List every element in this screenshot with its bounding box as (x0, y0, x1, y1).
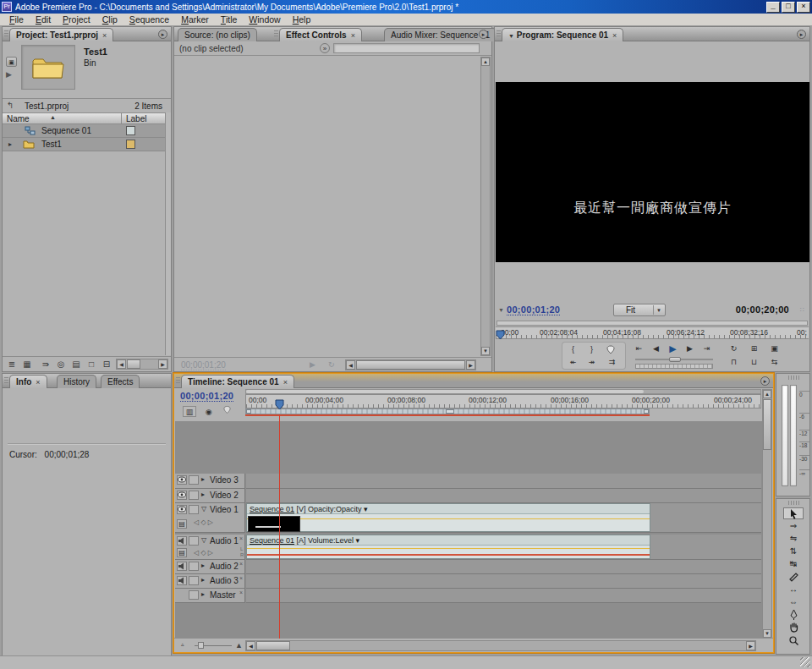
next-keyframe-icon[interactable]: ▷ (208, 518, 213, 526)
expand-bin-icon[interactable]: ▸ (8, 140, 12, 148)
playhead-line[interactable] (279, 414, 280, 639)
work-area-end-handle[interactable] (644, 409, 649, 414)
set-encore-chapter-marker-icon[interactable]: ◉ (202, 407, 216, 418)
video-clip[interactable]: Sequence 01 [V] Opacity:Opacity ▾ (246, 503, 650, 532)
menu-sequence[interactable]: Sequence (123, 14, 175, 25)
timeline-vscrollbar[interactable]: ▲ ▼ (762, 389, 772, 639)
expand-track-icon[interactable]: ▸ (201, 475, 205, 483)
track-lane[interactable] (246, 574, 761, 589)
scroll-left-icon[interactable]: ◀ (346, 360, 355, 370)
slide-tool[interactable]: ⇔ (783, 596, 804, 608)
scroll-down-icon[interactable]: ▼ (481, 347, 490, 355)
toggle-track-output-icon[interactable] (177, 505, 187, 514)
go-to-next-marker-icon[interactable]: ↠ (584, 356, 599, 368)
menu-title[interactable]: Title (215, 14, 243, 25)
scroll-thumb[interactable] (763, 399, 771, 450)
menu-file[interactable]: File (3, 14, 30, 25)
scroll-right-icon[interactable]: ▶ (746, 641, 755, 650)
loop-icon[interactable]: ↻ (328, 360, 335, 369)
label-swatch[interactable] (126, 126, 135, 135)
close-icon[interactable]: × (612, 31, 617, 40)
show-hide-icon[interactable]: » (320, 43, 330, 53)
tab-effects[interactable]: Effects (101, 375, 140, 388)
tab-timeline[interactable]: Timeline: Sequence 01× (181, 375, 294, 388)
poster-frame-button[interactable]: ▣ (6, 57, 17, 67)
selection-tool[interactable] (783, 507, 804, 519)
toggle-track-output-icon[interactable] (177, 562, 187, 571)
snap-toggle-icon[interactable]: ▥ (183, 406, 196, 417)
title-bar[interactable]: Pr Adobe Premiere Pro - C:\Documents and… (0, 0, 812, 14)
toggle-track-output-icon[interactable] (177, 576, 187, 585)
maximize-button[interactable]: □ (782, 2, 795, 13)
track-lock-toggle[interactable] (189, 475, 199, 485)
effect-controls-vscrollbar[interactable]: ▲ ▼ (480, 57, 491, 356)
menu-edit[interactable]: Edit (30, 14, 57, 25)
find-icon[interactable]: ◎ (55, 359, 67, 370)
menu-marker[interactable]: Marker (175, 14, 215, 25)
timeline-playhead-icon[interactable] (275, 399, 284, 410)
track-options-icon[interactable]: × (239, 575, 243, 581)
program-video-display[interactable]: 最近幫一間廠商做宣傳片 (496, 82, 809, 262)
track-lock-toggle[interactable] (189, 505, 199, 514)
play-icon[interactable]: ▶ (666, 343, 680, 354)
panel-grip[interactable] (274, 30, 278, 38)
track-options-icon[interactable]: × (239, 535, 243, 541)
list-view-icon[interactable]: ≣ (6, 359, 18, 370)
tab-project[interactable]: Project: Test1.prproj× (9, 28, 113, 41)
expand-track-icon[interactable]: ▸ (201, 590, 205, 598)
close-icon[interactable]: × (102, 31, 107, 40)
panel-grip[interactable] (4, 377, 8, 385)
resize-grip[interactable] (800, 657, 810, 667)
set-display-style-icon[interactable]: ▤ (177, 519, 187, 529)
rolling-edit-tool[interactable]: ⇅ (783, 546, 804, 557)
delete-icon[interactable]: ⊟ (101, 359, 112, 370)
scroll-up-icon[interactable]: ▲ (481, 58, 490, 66)
project-scroll-strip[interactable] (165, 112, 171, 355)
project-row-bin[interactable]: ▸ Test1 (3, 138, 165, 151)
scroll-thumb[interactable] (256, 641, 290, 650)
minimize-button[interactable]: _ (766, 2, 780, 13)
loop-icon[interactable]: ↻ (727, 343, 741, 354)
set-unnumbered-marker-icon[interactable] (223, 405, 231, 414)
track-lock-toggle[interactable] (189, 536, 199, 546)
panel-menu-icon[interactable]: ▸ (797, 30, 806, 39)
pen-tool[interactable] (783, 609, 804, 621)
go-to-in-icon[interactable]: ⇤ (632, 343, 646, 354)
column-divider[interactable] (121, 113, 122, 123)
timeline-hscrollbar[interactable]: ◀ ▶ (245, 640, 756, 651)
close-icon[interactable]: × (283, 378, 288, 387)
scroll-left-icon[interactable]: ◀ (246, 641, 255, 650)
toggle-track-output-icon[interactable] (177, 536, 187, 546)
rate-stretch-tool[interactable]: ↹ (783, 558, 804, 570)
ripple-edit-tool[interactable]: ⇋ (783, 533, 804, 545)
collapse-track-icon[interactable]: ▽ (201, 536, 206, 544)
go-to-prev-marker-icon[interactable]: ↞ (566, 356, 580, 368)
program-time-ruler[interactable]: 00;00 00;02;08;04 00;04;16;08 00;06;24;1… (496, 326, 809, 339)
tab-program[interactable]: ▼ Program: Sequence 01× (502, 28, 623, 41)
zoom-tool[interactable] (783, 634, 804, 646)
sort-ascending-icon[interactable]: ▲ (50, 114, 56, 120)
tab-source[interactable]: Source: (no clips) (178, 28, 257, 41)
step-back-icon[interactable]: ◀ (649, 343, 663, 354)
set-marker-icon[interactable] (606, 345, 615, 354)
project-hscrollbar[interactable]: ◀ ▶ (116, 359, 168, 370)
set-display-style-icon[interactable]: ▤ (177, 548, 187, 557)
set-in-point-icon[interactable]: { (566, 343, 580, 355)
shuttle-thumb[interactable] (669, 357, 681, 362)
panel-menu-icon[interactable]: ▸ (760, 376, 770, 386)
panel-grip[interactable] (4, 30, 8, 38)
razor-tool[interactable] (783, 571, 804, 583)
project-row-sequence[interactable]: Sequence 01 (3, 124, 165, 138)
track-lock-toggle[interactable] (189, 590, 199, 600)
track-lock-toggle[interactable] (189, 491, 199, 500)
toggle-track-output-icon[interactable] (177, 491, 187, 500)
prev-keyframe-icon[interactable]: ◁ (194, 549, 199, 557)
work-area-bar[interactable] (245, 409, 650, 414)
track-lane[interactable] (246, 474, 761, 489)
audio-clip[interactable]: Sequence 01 [A] Volume:Level ▾ (246, 535, 650, 559)
tab-history[interactable]: History (57, 375, 96, 388)
panel-grip[interactable] (176, 377, 180, 385)
scroll-right-icon[interactable]: ▶ (466, 360, 475, 370)
toggle-track-output-icon[interactable] (177, 475, 187, 485)
scroll-left-icon[interactable]: ◀ (117, 359, 126, 369)
